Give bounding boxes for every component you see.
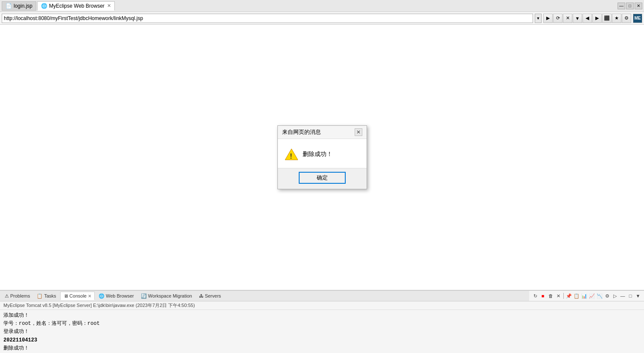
alert-dialog: 来自网页的消息 ✕ ! 删除成功！ 确定 <box>277 125 367 189</box>
close-button[interactable]: ✕ <box>635 3 642 9</box>
dialog-title: 来自网页的消息 <box>282 128 321 136</box>
go-button[interactable]: ▶ <box>543 14 553 23</box>
dialog-close-button[interactable]: ✕ <box>355 128 362 136</box>
console-label: Console <box>70 293 87 298</box>
console-output: 添加成功！ 学号：root，姓名：洛可可，密码：root 登录成功！ 20221… <box>0 310 644 353</box>
tab-problems[interactable]: ⚠ Problems <box>2 292 33 300</box>
pin-btn[interactable]: 📌 <box>565 292 572 299</box>
tasks-icon: 📋 <box>37 293 43 299</box>
refresh-button[interactable]: ⟳ <box>553 14 562 23</box>
modal-overlay: 来自网页的消息 ✕ ! 删除成功！ 确定 <box>0 25 644 290</box>
dialog-ok-button[interactable]: 确定 <box>299 172 346 184</box>
nav-dropdown[interactable]: ▼ <box>573 14 582 23</box>
minimize-button[interactable]: — <box>618 3 625 9</box>
console-tab-close[interactable]: ✕ <box>88 294 91 298</box>
bookmark-button[interactable]: ★ <box>612 14 621 23</box>
panel-max[interactable]: □ <box>627 292 634 299</box>
svg-text:!: ! <box>290 153 292 160</box>
workspace-icon: 🔄 <box>141 293 147 299</box>
login-tab-icon: 📄 <box>6 3 12 9</box>
maximize-button[interactable]: □ <box>626 3 634 9</box>
stop-console-btn[interactable]: ■ <box>539 292 546 299</box>
problems-label: Problems <box>10 293 30 298</box>
tab-webbrowser[interactable]: 🌐 Web Browser <box>96 292 137 300</box>
url-dropdown[interactable]: ▼ <box>535 14 542 23</box>
icon2[interactable]: 📋 <box>573 292 580 299</box>
stop-button[interactable]: ✕ <box>563 14 572 23</box>
panel-min[interactable]: — <box>619 292 626 299</box>
icon4[interactable]: 📈 <box>589 292 595 299</box>
panel-dropdown[interactable]: ▼ <box>635 292 641 299</box>
url-input[interactable] <box>2 14 533 23</box>
console-line-4: 20221104123 <box>3 336 641 344</box>
browser-tab-label: MyEclipse Web Browser <box>49 3 105 9</box>
browser-content: 来自网页的消息 ✕ ! 删除成功！ 确定 <box>0 25 644 290</box>
icon5[interactable]: 📉 <box>596 292 603 299</box>
tools-button[interactable]: ⚙ <box>622 14 631 23</box>
login-tab-label: login.jsp <box>14 3 32 9</box>
console-title-bar: MyEclipse Tomcat v8.5 [MyEclipse Server]… <box>0 301 644 310</box>
servers-label: Servers <box>205 293 221 298</box>
console-line-5: 删除成功！ <box>3 344 641 353</box>
icon7[interactable]: ▷ <box>612 292 618 299</box>
webbrowser-label: Web Browser <box>106 293 134 298</box>
myeclipse-icon: ME <box>633 14 642 23</box>
history-button[interactable]: ⬛ <box>602 14 612 23</box>
dialog-message: 删除成功！ <box>303 150 332 158</box>
dialog-footer: 确定 <box>278 168 367 189</box>
tab-login[interactable]: 📄 login.jsp <box>2 1 36 11</box>
browser-tab-icon: 🌐 <box>41 3 47 9</box>
console-line-1: 添加成功！ <box>3 312 641 320</box>
tasks-label: Tasks <box>44 293 56 298</box>
console-icon: 🖥 <box>64 293 68 298</box>
servers-icon: 🖧 <box>199 293 204 298</box>
refresh-console-btn[interactable]: ↻ <box>532 292 539 299</box>
bottom-tabs: ⚠ Problems 📋 Tasks 🖥 Console ✕ 🌐 Web Bro… <box>0 291 529 301</box>
console-line-2: 学号：root，姓名：洛可可，密码：root <box>3 320 641 328</box>
workspace-label: Workspace Migration <box>148 293 192 298</box>
window-controls: — □ ✕ <box>618 3 642 9</box>
webbrowser-icon: 🌐 <box>99 293 105 299</box>
problems-icon: ⚠ <box>5 293 9 299</box>
icon3[interactable]: 📊 <box>581 292 588 299</box>
icon6[interactable]: ⚙ <box>604 292 611 299</box>
browser-tab-close[interactable]: ✕ <box>107 3 111 9</box>
tab-workspace-migration[interactable]: 🔄 Workspace Migration <box>138 292 195 300</box>
warning-icon: ! <box>285 148 298 161</box>
tab-console[interactable]: 🖥 Console ✕ <box>60 292 95 300</box>
nav-buttons: ▶ ⟳ ✕ ▼ ◀ ▶ ⬛ ★ ⚙ <box>543 14 631 23</box>
console-toolbar: ↻ ■ 🗑 ✕ 📌 📋 📊 📈 📉 ⚙ ▷ — □ ▼ <box>529 292 644 300</box>
back-button[interactable]: ◀ <box>583 14 592 23</box>
tab-browser[interactable]: 🌐 MyEclipse Web Browser ✕ <box>37 1 115 11</box>
title-bar: 📄 login.jsp 🌐 MyEclipse Web Browser ✕ — … <box>0 0 644 12</box>
address-bar: ▼ ▶ ⟳ ✕ ▼ ◀ ▶ ⬛ ★ ⚙ ME <box>0 12 644 25</box>
dialog-body: ! 删除成功！ <box>278 139 367 168</box>
clear-console-btn[interactable]: 🗑 <box>547 292 554 299</box>
tab-tasks[interactable]: 📋 Tasks <box>34 292 59 300</box>
tab-servers[interactable]: 🖧 Servers <box>196 292 224 300</box>
dialog-header: 来自网页的消息 ✕ <box>278 126 367 139</box>
console-line-3: 登录成功！ <box>3 328 641 336</box>
close-console-btn[interactable]: ✕ <box>555 292 562 299</box>
bottom-panel: ⚠ Problems 📋 Tasks 🖥 Console ✕ 🌐 Web Bro… <box>0 290 644 353</box>
forward-button[interactable]: ▶ <box>592 14 602 23</box>
